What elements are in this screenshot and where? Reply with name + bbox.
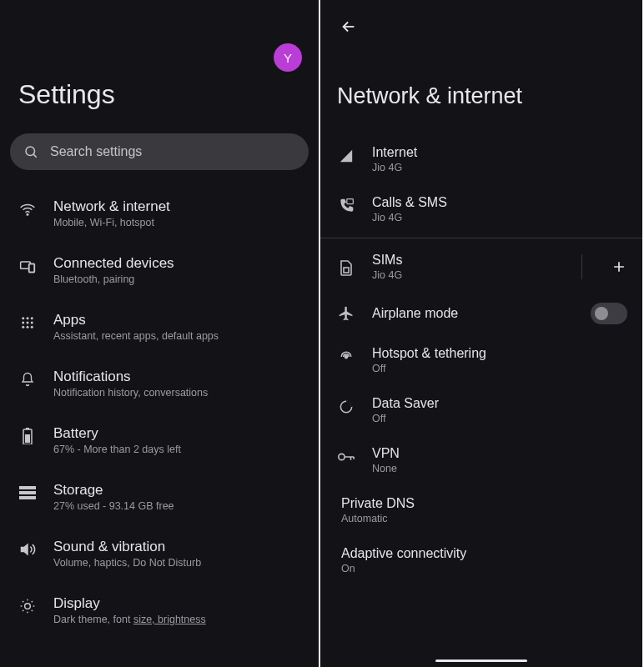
item-title: Display bbox=[53, 595, 206, 612]
svg-point-10 bbox=[27, 322, 29, 324]
plus-icon bbox=[611, 258, 627, 275]
svg-point-14 bbox=[31, 326, 33, 328]
data-saver-icon bbox=[337, 398, 355, 416]
settings-item-display[interactable]: Display Dark theme, font size, brightnes… bbox=[0, 582, 319, 639]
battery-icon bbox=[18, 427, 37, 445]
profile-avatar[interactable]: Y bbox=[274, 43, 302, 72]
svg-rect-18 bbox=[19, 486, 36, 489]
svg-point-21 bbox=[25, 604, 31, 609]
gesture-nav-bar[interactable] bbox=[435, 659, 527, 662]
settings-item-notifications[interactable]: Notifications Notification history, conv… bbox=[0, 355, 319, 412]
network-item-sims[interactable]: SIMs Jio 4G bbox=[320, 242, 642, 292]
item-title: Battery bbox=[53, 425, 181, 442]
svg-point-11 bbox=[31, 322, 33, 324]
network-item-airplane[interactable]: Airplane mode bbox=[320, 292, 642, 335]
svg-rect-19 bbox=[19, 491, 36, 494]
divider bbox=[320, 238, 642, 238]
svg-rect-22 bbox=[347, 199, 354, 204]
svg-rect-20 bbox=[19, 496, 36, 499]
settings-item-apps[interactable]: Apps Assistant, recent apps, default app… bbox=[0, 298, 319, 355]
search-bar[interactable] bbox=[10, 133, 309, 170]
svg-point-2 bbox=[27, 213, 28, 215]
settings-item-connected-devices[interactable]: Connected devices Bluetooth, pairing bbox=[0, 242, 319, 298]
avatar-initial: Y bbox=[284, 51, 292, 65]
item-title: Adaptive connectivity bbox=[341, 546, 627, 561]
item-subtitle: Jio 4G bbox=[372, 162, 627, 173]
network-item-vpn[interactable]: VPN None bbox=[320, 435, 642, 485]
network-list: Internet Jio 4G Calls & SMS Jio 4G SIMs … bbox=[320, 109, 642, 585]
svg-point-26 bbox=[339, 454, 345, 459]
apps-icon bbox=[18, 313, 37, 332]
add-sim-button[interactable] bbox=[606, 253, 632, 280]
item-subtitle: Bluetooth, pairing bbox=[53, 273, 174, 285]
item-title: Notifications bbox=[53, 369, 208, 385]
item-title: Network & internet bbox=[53, 198, 170, 215]
network-panel: Network & internet Internet Jio 4G Calls… bbox=[320, 0, 642, 667]
item-title: VPN bbox=[372, 446, 627, 461]
settings-list: Network & internet Mobile, Wi-Fi, hotspo… bbox=[0, 170, 319, 639]
item-title: Airplane mode bbox=[372, 306, 574, 321]
item-title: Storage bbox=[53, 482, 174, 499]
item-title: SIMs bbox=[372, 253, 558, 268]
wifi-icon bbox=[18, 200, 37, 218]
svg-point-24 bbox=[345, 355, 347, 358]
network-item-data-saver[interactable]: Data Saver Off bbox=[320, 385, 642, 435]
item-subtitle: Notification history, conversations bbox=[53, 387, 208, 399]
svg-rect-4 bbox=[29, 264, 35, 273]
storage-icon bbox=[18, 484, 37, 502]
network-item-hotspot[interactable]: Hotspot & tethering Off bbox=[320, 335, 642, 385]
page-title: Settings bbox=[0, 0, 319, 110]
item-title: Sound & vibration bbox=[53, 539, 201, 555]
item-subtitle: Dark theme, font size, brightness bbox=[53, 614, 206, 625]
settings-item-storage[interactable]: Storage 27% used - 93.14 GB free bbox=[0, 469, 319, 525]
svg-point-9 bbox=[22, 322, 24, 324]
devices-icon bbox=[18, 257, 37, 275]
item-title: Internet bbox=[372, 145, 627, 160]
svg-line-1 bbox=[33, 154, 36, 157]
item-subtitle: Jio 4G bbox=[372, 269, 558, 281]
item-title: Hotspot & tethering bbox=[372, 346, 627, 361]
item-subtitle: Jio 4G bbox=[372, 212, 627, 223]
arrow-left-icon bbox=[340, 18, 358, 36]
item-title: Connected devices bbox=[53, 255, 174, 272]
settings-item-sound[interactable]: Sound & vibration Volume, haptics, Do No… bbox=[0, 525, 319, 582]
svg-point-8 bbox=[31, 317, 33, 319]
settings-item-battery[interactable]: Battery 67% - More than 2 days left bbox=[0, 412, 319, 469]
settings-item-network[interactable]: Network & internet Mobile, Wi-Fi, hotspo… bbox=[0, 185, 319, 242]
item-title: Calls & SMS bbox=[372, 195, 627, 210]
airplane-icon bbox=[337, 304, 355, 323]
settings-root-panel: Y Settings Network & internet Mobile, Wi… bbox=[0, 0, 320, 667]
svg-point-6 bbox=[22, 317, 24, 319]
svg-rect-23 bbox=[344, 268, 349, 273]
svg-point-13 bbox=[27, 326, 29, 328]
vertical-divider bbox=[581, 254, 582, 279]
item-title: Apps bbox=[53, 312, 219, 328]
vpn-key-icon bbox=[337, 448, 355, 466]
item-subtitle: Mobile, Wi-Fi, hotspot bbox=[53, 217, 170, 228]
search-input[interactable] bbox=[50, 144, 295, 159]
svg-point-7 bbox=[27, 317, 29, 319]
signal-icon bbox=[337, 147, 355, 165]
network-item-private-dns[interactable]: Private DNS Automatic bbox=[320, 485, 642, 535]
item-subtitle: 67% - More than 2 days left bbox=[53, 444, 181, 455]
item-subtitle: Off bbox=[372, 413, 627, 424]
page-title: Network & internet bbox=[320, 0, 642, 109]
item-subtitle: None bbox=[372, 463, 627, 474]
brightness-icon bbox=[18, 597, 37, 615]
network-item-internet[interactable]: Internet Jio 4G bbox=[320, 134, 642, 184]
item-subtitle: Volume, haptics, Do Not Disturb bbox=[53, 557, 201, 569]
item-subtitle: Assistant, recent apps, default apps bbox=[53, 330, 219, 342]
item-title: Private DNS bbox=[341, 496, 627, 511]
svg-point-12 bbox=[22, 326, 24, 328]
item-title: Data Saver bbox=[372, 396, 627, 411]
svg-rect-17 bbox=[25, 434, 30, 443]
back-button[interactable] bbox=[337, 15, 360, 38]
item-subtitle: Automatic bbox=[341, 513, 627, 524]
airplane-toggle[interactable] bbox=[591, 303, 627, 324]
network-item-calls-sms[interactable]: Calls & SMS Jio 4G bbox=[320, 184, 642, 234]
phone-sms-icon bbox=[337, 197, 355, 215]
bell-icon bbox=[18, 370, 37, 389]
svg-point-0 bbox=[26, 147, 35, 156]
sim-icon bbox=[337, 258, 355, 277]
network-item-adaptive-connectivity[interactable]: Adaptive connectivity On bbox=[320, 535, 642, 585]
